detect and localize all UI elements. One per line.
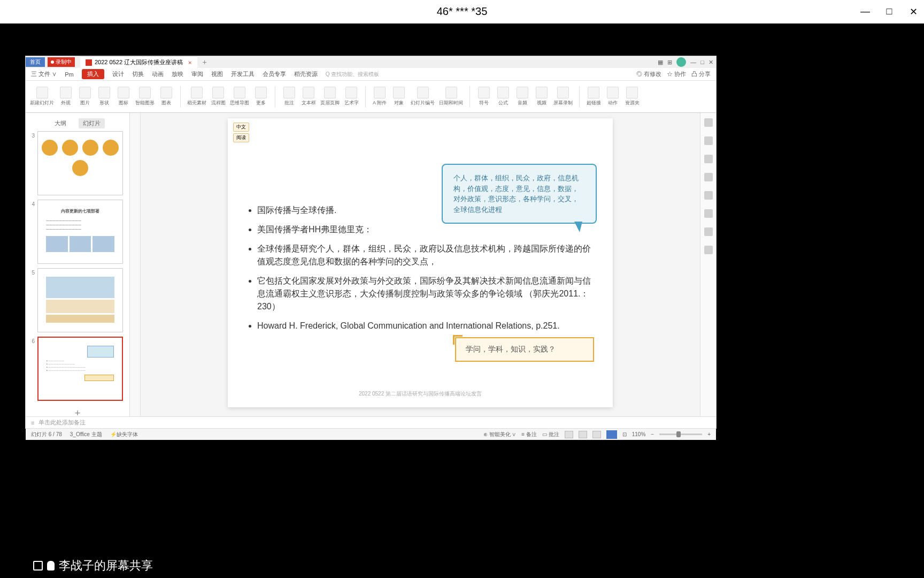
changes-indicator[interactable]: ◎ 有修改	[636, 70, 661, 78]
menu-animation[interactable]: 动画	[152, 70, 164, 78]
tool-flowchart[interactable]: 流程图	[211, 87, 226, 107]
bullet-item: Howard H. Frederick, Global Communicatio…	[257, 320, 591, 332]
menu-design[interactable]: 设计	[112, 70, 124, 78]
slide-thumbnail-6[interactable]: • 一一一一一一• 一一一一一一一一一一• 一一一一一一一一一一一一一一• 一一…	[37, 337, 123, 401]
callout-bubble[interactable]: 个人，群体，组织，民众，政府，信息机构，价值观，态度，意见，信息，数据，对外政策…	[442, 164, 597, 224]
wps-minimize-button[interactable]: —	[690, 59, 696, 65]
slide-thumbnail-4[interactable]: 内容更新的七项部署一一一一一一一一一一一一一一一一一一一一一一一一一一一一一一一…	[37, 200, 123, 264]
menu-review[interactable]: 审阅	[191, 70, 203, 78]
question-text: 学问，学科，知识，实践？	[466, 345, 556, 353]
tab-add-button[interactable]: +	[203, 58, 207, 66]
notes-bar[interactable]: ≡ 单击此处添加备注	[26, 416, 716, 428]
tool-resources[interactable]: 资源夹	[625, 87, 640, 107]
tool-textbox[interactable]: 文本框	[301, 87, 316, 107]
minimize-button[interactable]: —	[860, 6, 871, 17]
tool-chart[interactable]: 图表	[159, 87, 174, 107]
tool-datetime[interactable]: 日期和时间	[439, 87, 463, 107]
menu-bar: 三 文件 ∨ Pm 插入 设计 切换 动画 放映 审阅 视图 开发工具 会员专享…	[26, 68, 716, 81]
wps-maximize-button[interactable]: □	[700, 59, 704, 65]
maximize-button[interactable]: □	[884, 6, 895, 17]
grid-icon[interactable]: ⊞	[667, 59, 672, 66]
mode-tag: 阅读	[233, 133, 249, 142]
rail-link-icon[interactable]	[704, 246, 713, 254]
tool-attachment[interactable]: A 附件	[372, 87, 387, 107]
sorter-view-button[interactable]	[579, 431, 587, 438]
rail-animation-icon[interactable]	[704, 209, 713, 218]
tool-comment[interactable]: 批注	[282, 87, 297, 107]
rail-layers-icon[interactable]	[704, 173, 713, 181]
menu-member[interactable]: 会员专享	[263, 70, 286, 78]
layout-icon[interactable]: ▦	[658, 59, 663, 66]
tool-object[interactable]: 对象	[391, 87, 406, 107]
comments-toggle[interactable]: ▭ 批注	[542, 431, 559, 438]
tool-icon-insert[interactable]: 图标	[116, 87, 131, 107]
slide-thumbnail-3[interactable]	[37, 131, 123, 195]
menu-resources[interactable]: 稻壳资源	[294, 70, 318, 78]
tab-close-icon[interactable]: ×	[188, 59, 191, 66]
menu-slideshow[interactable]: 放映	[172, 70, 183, 78]
tool-smartart[interactable]: 智能图形	[135, 87, 155, 107]
smart-beautify-button[interactable]: ⊕ 智能美化 ∨	[483, 431, 517, 438]
tool-slide-number[interactable]: 幻灯片编号	[411, 87, 435, 107]
reading-view-button[interactable]	[592, 431, 601, 438]
slide-thumbnail-5[interactable]	[37, 268, 123, 332]
rail-brush-icon[interactable]	[704, 136, 713, 145]
zoom-out-button[interactable]: −	[651, 431, 654, 437]
tool-audio[interactable]: 音频	[515, 87, 530, 107]
user-avatar[interactable]	[676, 57, 686, 67]
tool-video[interactable]: 视频	[534, 87, 549, 107]
zoom-in-button[interactable]: +	[707, 431, 711, 437]
rail-star-icon[interactable]	[704, 155, 713, 163]
thumbnail-row: 3	[28, 131, 127, 195]
zoom-level[interactable]: 110%	[632, 431, 646, 437]
menu-devtools[interactable]: 开发工具	[231, 70, 255, 78]
menu-transition[interactable]: 切换	[132, 70, 144, 78]
slideshow-button[interactable]	[606, 430, 617, 439]
menu-start[interactable]: Pm	[65, 71, 74, 78]
close-button[interactable]: ✕	[908, 6, 919, 17]
question-box[interactable]: 学问，学科，知识，实践？	[455, 337, 594, 362]
rail-pencil-icon[interactable]	[704, 118, 713, 127]
wps-close-button[interactable]: ✕	[709, 59, 713, 66]
panel-tab-outline[interactable]: 大纲	[50, 118, 71, 128]
tool-wordart[interactable]: 艺术字	[344, 87, 359, 107]
font-warning[interactable]: ⚡缺失字体	[110, 431, 138, 438]
tool-image[interactable]: 图片	[78, 87, 93, 107]
tool-more[interactable]: 更多	[253, 87, 268, 107]
screen-icon	[33, 561, 43, 571]
menu-file[interactable]: 三 文件 ∨	[31, 70, 57, 78]
zoom-slider-thumb[interactable]	[676, 431, 681, 437]
screen-share-indicator: 李战子的屏幕共享	[25, 553, 161, 578]
tool-symbol[interactable]: 符号	[476, 87, 491, 107]
rail-puzzle-icon[interactable]	[704, 227, 713, 236]
menu-insert[interactable]: 插入	[82, 69, 104, 79]
tool-layout[interactable]: 外观	[58, 87, 73, 107]
tool-new-slide[interactable]: 新建幻灯片	[30, 87, 54, 107]
outer-window-title: 46* *** *35	[437, 5, 488, 18]
menu-view[interactable]: 视图	[211, 70, 223, 78]
rail-clock-icon[interactable]	[704, 191, 713, 200]
toolbar-separator	[275, 86, 275, 108]
normal-view-button[interactable]	[565, 431, 573, 438]
record-dot-icon	[51, 60, 54, 64]
fit-button[interactable]: ⊡	[622, 431, 627, 437]
status-bar: 幻灯片 6 / 78 3_Office 主题 ⚡缺失字体 ⊕ 智能美化 ∨ ≡ …	[26, 428, 716, 440]
slide-canvas[interactable]: 中文 阅读 个人，群体，组织，民众，政府，信息机构，价值观，态度，意见，信息，数…	[228, 118, 613, 407]
zoom-slider[interactable]	[659, 434, 702, 435]
tool-header-footer[interactable]: 页眉页脚	[320, 87, 340, 107]
tool-shape[interactable]: 形状	[97, 87, 112, 107]
share-button[interactable]: 凸 分享	[691, 70, 711, 78]
tool-resource[interactable]: 稻壳素材	[187, 87, 206, 107]
search-input[interactable]: Q 查找功能、搜索模板	[326, 71, 380, 78]
outer-window-titlebar: 46* *** *35 — □ ✕	[0, 0, 924, 24]
collab-button[interactable]: ☆ 协作	[667, 70, 686, 78]
tool-hyperlink[interactable]: 超链接	[586, 87, 601, 107]
notes-toggle[interactable]: ≡ 备注	[521, 431, 537, 438]
tool-action[interactable]: 动作	[605, 87, 620, 107]
tool-mindmap[interactable]: 思维导图	[230, 87, 249, 107]
tool-screen-record[interactable]: 屏幕录制	[553, 87, 573, 107]
panel-tab-slides[interactable]: 幻灯片	[79, 118, 105, 128]
document-tab[interactable]: 2022 0522 辽大国际传播业座讲稿 ×	[80, 56, 197, 68]
tool-equation[interactable]: 公式	[496, 87, 511, 107]
recording-label: 录制中	[56, 58, 72, 66]
